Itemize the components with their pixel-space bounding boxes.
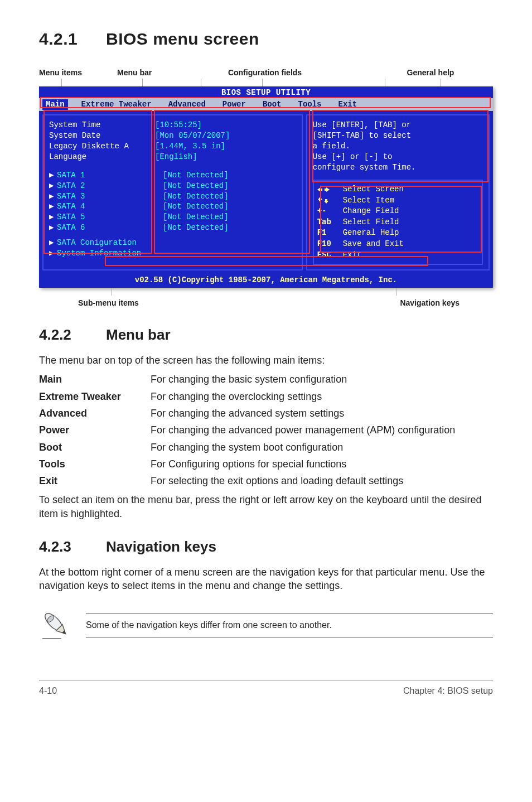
bios-title: BIOS SETUP UTILITY <box>39 86 493 98</box>
bios-field-label: Language <box>49 152 155 162</box>
bios-tab-main[interactable]: Main <box>42 99 68 110</box>
heading-421-num: 4.2.1 <box>39 28 106 51</box>
heading-423-title: Navigation keys <box>106 538 216 555</box>
bios-sata-6[interactable]: ▶SATA 6[Not Detected] <box>49 223 296 233</box>
heading-422-title: Menu bar <box>106 326 171 343</box>
bios-submenu-sata-config[interactable]: ▶SATA Coniguration <box>49 238 296 248</box>
bios-field-legacy-diskette[interactable]: Legacy Diskette A [1.44M, 3.5 in] <box>49 141 296 152</box>
para-422-intro: The menu bar on top of the screen has th… <box>39 354 493 367</box>
callout-ticks-top <box>39 79 493 86</box>
bios-navkey-row: F1General Help <box>317 228 478 239</box>
def-row-extreme: Extreme TweakerFor changing the overcloc… <box>39 390 493 403</box>
bios-sata-4[interactable]: ▶SATA 4[Not Detected] <box>49 201 296 212</box>
callout-labels-bottom: Sub-menu items Navigation keys <box>39 298 493 308</box>
def-desc: For changing the advanced system setting… <box>151 407 493 420</box>
bios-submenu-label: SATA Coniguration <box>57 238 137 247</box>
bios-field-system-date[interactable]: System Date [Mon 05/07/2007] <box>49 131 296 141</box>
bios-footer: v02.58 (C)Copyright 1985-2007, American … <box>39 274 493 288</box>
bios-sata-label: SATA 2 <box>57 181 163 191</box>
bios-tab-power[interactable]: Power <box>219 99 249 110</box>
def-desc: For changing the basic system configurat… <box>151 373 493 386</box>
bios-help-text: Use [ENTER], [TAB] or [SHIFT-TAB] to sel… <box>313 120 483 172</box>
bios-navkey-action: Save and Exit <box>343 239 404 250</box>
chapter-label: Chapter 4: BIOS setup <box>403 685 493 697</box>
bios-tab-boot[interactable]: Boot <box>259 99 285 110</box>
triangle-right-icon: ▶ <box>49 238 57 248</box>
bios-sata-value: [Not Detected] <box>163 191 229 202</box>
def-row-main: MainFor changing the basic system config… <box>39 373 493 386</box>
def-desc: For changing the system boot configurati… <box>151 441 493 454</box>
bios-field-value: [1.44M, 3.5 in] <box>155 141 225 152</box>
def-term: Main <box>39 373 151 386</box>
bios-sata-label: SATA 6 <box>57 223 163 233</box>
para-after-defs: To select an item on the menu bar, press… <box>39 493 493 520</box>
bios-sata-value: [Not Detected] <box>163 181 229 191</box>
bios-navkey-key: ESC <box>317 250 337 261</box>
bios-navkey-key: Tab <box>317 217 337 228</box>
bios-tab-tools[interactable]: Tools <box>294 99 325 110</box>
bios-tab-extreme[interactable]: Extreme Tweaker <box>78 99 155 110</box>
bios-sata-value: [Not Detected] <box>163 223 229 233</box>
def-desc: For changing the overclocking settings <box>151 390 493 403</box>
triangle-right-icon: ▶ <box>49 212 57 223</box>
bios-submenu-label: System Information <box>57 249 141 258</box>
callout-menu-bar: Menu bar <box>100 67 184 78</box>
bios-help-line: configure system Time. <box>313 162 483 173</box>
bios-navkey-row: +-Change Field <box>317 206 478 217</box>
def-term: Extreme Tweaker <box>39 390 151 403</box>
bios-navkey-action: Select Item <box>343 195 394 206</box>
callout-sub-menu-items: Sub-menu items <box>39 298 223 308</box>
callout-navigation-keys: Navigation keys <box>223 298 493 308</box>
bios-sata-label: SATA 4 <box>57 201 163 212</box>
bios-field-system-time[interactable]: System Time [10:55:25] <box>49 120 296 131</box>
bios-navkey-key: +- <box>317 206 337 217</box>
bios-sata-5[interactable]: ▶SATA 5[Not Detected] <box>49 212 296 223</box>
bios-sata-1[interactable]: ▶SATA 1[Not Detected] <box>49 170 296 181</box>
def-term: Tools <box>39 457 151 471</box>
heading-421-title: BIOS menu screen <box>106 30 259 48</box>
bios-navkey-row: Select Item <box>317 195 478 206</box>
bios-sata-3[interactable]: ▶SATA 3[Not Detected] <box>49 191 296 202</box>
callout-labels-top: Menu items Menu bar Configuration fields… <box>39 67 493 78</box>
triangle-right-icon: ▶ <box>49 223 57 233</box>
bios-navkey-action: General Help <box>343 228 399 239</box>
def-desc: For selecting the exit options and loadi… <box>151 474 493 487</box>
triangle-right-icon: ▶ <box>49 181 57 191</box>
bios-submenu-system-info[interactable]: ▶System Information <box>49 248 296 259</box>
bios-sata-label: SATA 1 <box>57 170 163 181</box>
pencil-note-icon <box>41 610 72 641</box>
def-row-exit: ExitFor selecting the exit options and l… <box>39 474 493 487</box>
bios-tab-advanced[interactable]: Advanced <box>165 99 209 110</box>
bios-navkey-action: Exit <box>343 250 362 261</box>
bios-navkey-action: Select Screen <box>343 184 404 195</box>
bios-help-line: [SHIFT-TAB] to select <box>313 131 483 141</box>
bios-field-label: Legacy Diskette A <box>49 141 155 152</box>
def-row-power: PowerFor changing the advanced power man… <box>39 423 493 437</box>
def-row-advanced: AdvancedFor changing the advanced system… <box>39 407 493 420</box>
bios-navkey-key: F1 <box>317 228 337 239</box>
bios-field-label: System Time <box>49 120 155 131</box>
bios-sata-value: [Not Detected] <box>163 170 229 181</box>
bios-navkey-row: Select Screen <box>317 184 478 195</box>
triangle-right-icon: ▶ <box>49 248 57 259</box>
bios-field-value: [Mon 05/07/2007] <box>155 131 230 141</box>
def-term: Boot <box>39 441 151 454</box>
page-footer: 4-10 Chapter 4: BIOS setup <box>39 680 493 697</box>
bios-navkey-row: TabSelect Field <box>317 217 478 228</box>
note-text: Some of the navigation keys differ from … <box>86 613 493 637</box>
heading-421: 4.2.1BIOS menu screen <box>39 28 493 51</box>
bios-navkey-row: ESCExit <box>317 250 478 261</box>
heading-422-num: 4.2.2 <box>39 325 106 345</box>
bios-field-language[interactable]: Language [English] <box>49 152 296 162</box>
callout-general-help: General help <box>335 67 493 78</box>
def-desc: For Configuring options for special func… <box>151 457 493 471</box>
heading-423: 4.2.3Navigation keys <box>39 537 493 557</box>
bios-sata-2[interactable]: ▶SATA 2[Not Detected] <box>49 181 296 191</box>
bios-tab-exit[interactable]: Exit <box>335 99 361 110</box>
bios-sata-label: SATA 5 <box>57 212 163 223</box>
callout-config-fields: Configuration fields <box>184 67 335 78</box>
page-number: 4-10 <box>39 685 57 697</box>
bios-navkey-key: F10 <box>317 239 337 250</box>
triangle-right-icon: ▶ <box>49 201 57 212</box>
def-term: Power <box>39 423 151 437</box>
